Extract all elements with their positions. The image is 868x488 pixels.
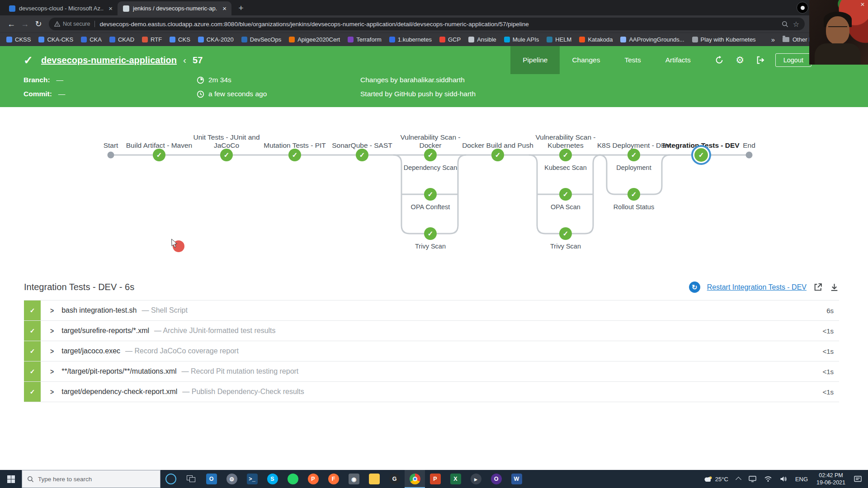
settings-gear-icon[interactable]: ⚙	[733, 53, 747, 67]
back-button[interactable]: ←	[5, 17, 18, 31]
step-row[interactable]: ✓>bash integration-test.sh— Shell Script…	[24, 300, 839, 321]
pipeline-node[interactable]: ✓	[424, 149, 437, 161]
taskbar-app-skype[interactable]: S	[262, 470, 283, 488]
rerun-button[interactable]	[712, 53, 726, 67]
taskbar-app-task-view[interactable]	[181, 470, 201, 488]
bookmark-item[interactable]: Ansible	[468, 36, 496, 43]
pipeline-node[interactable]: ✓	[627, 149, 640, 161]
bookmark-item[interactable]: CKSS	[6, 36, 31, 43]
taskbar-clock[interactable]: 02:42 PM 19-06-2021	[812, 472, 850, 487]
taskbar-app-obs[interactable]: O	[486, 470, 506, 488]
open-in-new-icon[interactable]	[813, 282, 823, 292]
pipeline-node[interactable]: ✓	[424, 188, 437, 201]
chevron-right-icon[interactable]: >	[50, 367, 54, 375]
bookmark-item[interactable]: Apigee2020Cert	[289, 36, 340, 43]
language-indicator[interactable]: ENG	[791, 470, 812, 488]
omnibox[interactable]: Not secure devsecops-demo.eastus.cloudap…	[49, 18, 805, 30]
bookmark-item[interactable]: CKA-CKS	[38, 36, 73, 43]
pipeline-node[interactable]: ✓	[559, 149, 572, 161]
restart-stage-link[interactable]: Restart Integration Tests - DEV	[707, 283, 807, 291]
pipeline-title-link[interactable]: devsecops-numeric-application	[41, 55, 177, 66]
taskbar-app-github-desktop[interactable]: G	[384, 470, 405, 488]
pipeline-node[interactable]: ✓	[356, 149, 368, 161]
start-button[interactable]	[0, 470, 22, 488]
exit-icon[interactable]	[754, 53, 768, 67]
bookmark-item[interactable]: Terraform	[348, 36, 382, 43]
taskbar-app-settings[interactable]: ⚙	[222, 470, 242, 488]
bookmark-item[interactable]: Play with Kubernetes	[692, 36, 756, 43]
bookmark-item[interactable]: CKA	[81, 36, 102, 43]
taskbar-search[interactable]: Type here to search	[22, 470, 160, 488]
tab-close-icon[interactable]: ×	[107, 5, 114, 12]
pipeline-node[interactable]: ✓	[288, 149, 301, 161]
step-row[interactable]: ✓>target/surefire-reports/*.xml— Archive…	[24, 321, 839, 341]
taskbar-app-cortana[interactable]	[160, 470, 181, 488]
jenkins-nav-artifacts[interactable]: Artifacts	[653, 46, 703, 74]
download-logs-icon[interactable]	[830, 282, 839, 292]
tray-expand-button[interactable]	[732, 470, 745, 488]
bookmark-item[interactable]: HELM	[547, 36, 571, 43]
pipeline-node-end[interactable]	[746, 152, 753, 159]
new-tab-button[interactable]: +	[235, 2, 247, 14]
bookmark-item[interactable]: Mule APIs	[504, 36, 539, 43]
pipeline-node-start[interactable]	[108, 152, 114, 159]
taskbar-app-chrome[interactable]	[405, 470, 425, 488]
chevron-right-icon[interactable]: >	[50, 326, 54, 335]
pipeline-node[interactable]: ✓	[153, 149, 165, 161]
taskbar-app-whatsapp[interactable]	[283, 470, 303, 488]
tab-close-icon[interactable]: ×	[221, 5, 228, 12]
chevron-right-icon[interactable]: >	[50, 347, 54, 355]
bookmark-item[interactable]: GCP	[439, 36, 461, 43]
jenkins-nav-tests[interactable]: Tests	[612, 46, 653, 74]
bookmark-item[interactable]: CKS	[170, 36, 190, 43]
pipeline-node[interactable]: ✓	[694, 148, 708, 162]
bookmark-star-icon[interactable]: ☆	[793, 20, 799, 28]
browser-tab[interactable]: jenkins / devsecops-numeric-ap...×	[118, 1, 231, 15]
bookmark-item[interactable]: DevSecOps	[241, 36, 281, 43]
bookmark-item[interactable]: CKAD	[109, 36, 134, 43]
url-text[interactable]: devsecops-demo.eastus.cloudapp.azure.com…	[99, 21, 778, 28]
taskbar-app-firefox[interactable]: F	[323, 470, 344, 488]
pipeline-node[interactable]: ✓	[220, 149, 233, 161]
bookmark-item[interactable]: RTF	[142, 36, 162, 43]
bookmark-item[interactable]: Katakoda	[579, 36, 613, 43]
browser-tab[interactable]: devsecops-cloud - Microsoft Az...×	[4, 1, 118, 15]
wifi-tray-icon[interactable]	[760, 470, 776, 488]
search-icon[interactable]	[782, 21, 788, 28]
media-controls-button[interactable]	[797, 2, 808, 14]
volume-tray-icon[interactable]	[776, 470, 791, 488]
chevron-right-icon[interactable]: >	[50, 306, 54, 314]
restart-stage-icon[interactable]: ↻	[689, 282, 700, 293]
chevron-right-icon[interactable]: >	[50, 387, 54, 396]
jenkins-nav-changes[interactable]: Changes	[560, 46, 612, 74]
pipeline-node[interactable]: ✓	[627, 188, 640, 201]
display-tray-icon[interactable]	[745, 470, 760, 488]
taskbar-app-postman[interactable]: P	[303, 470, 323, 488]
bookmark-item[interactable]: 1.kubernetes	[389, 36, 432, 43]
action-center-button[interactable]	[850, 470, 866, 488]
taskbar-app-media-player[interactable]: ▸	[466, 470, 486, 488]
bookmarks-overflow-button[interactable]: »	[771, 36, 775, 43]
step-row[interactable]: ✓>target/jacoco.exec— Record JaCoCo cove…	[24, 341, 839, 361]
logout-button[interactable]: Logout	[775, 53, 811, 67]
pipeline-node[interactable]: ✓	[559, 188, 572, 201]
bookmark-item[interactable]: AAProvingGrounds...	[620, 36, 684, 43]
taskbar-app-word[interactable]: W	[506, 470, 527, 488]
step-row[interactable]: ✓>**/target/pit-reports/**/mutations.xml…	[24, 361, 839, 382]
not-secure-badge[interactable]: Not secure	[54, 21, 90, 27]
taskbar-app-camera[interactable]: ◉	[344, 470, 364, 488]
taskbar-app-powershell[interactable]: >_	[242, 470, 262, 488]
pipeline-node[interactable]: ✓	[491, 149, 504, 161]
taskbar-app-powerpoint[interactable]: P	[425, 470, 445, 488]
jenkins-nav-pipeline[interactable]: Pipeline	[510, 46, 560, 74]
taskbar-app-file-explorer[interactable]	[364, 470, 384, 488]
pipeline-node[interactable]: ✓	[559, 227, 572, 240]
pipeline-node[interactable]: ✓	[424, 227, 437, 240]
taskbar-app-outlook[interactable]: O	[201, 470, 222, 488]
webcam-close-button[interactable]: ✕	[860, 1, 865, 8]
bookmark-item[interactable]: CKA-2020	[198, 36, 234, 43]
weather-widget[interactable]: 25°C	[699, 470, 732, 488]
step-row[interactable]: ✓>target/dependency-check-report.xml— Pu…	[24, 382, 839, 402]
reload-button[interactable]: ↻	[32, 17, 45, 31]
forward-button[interactable]: →	[18, 17, 32, 31]
